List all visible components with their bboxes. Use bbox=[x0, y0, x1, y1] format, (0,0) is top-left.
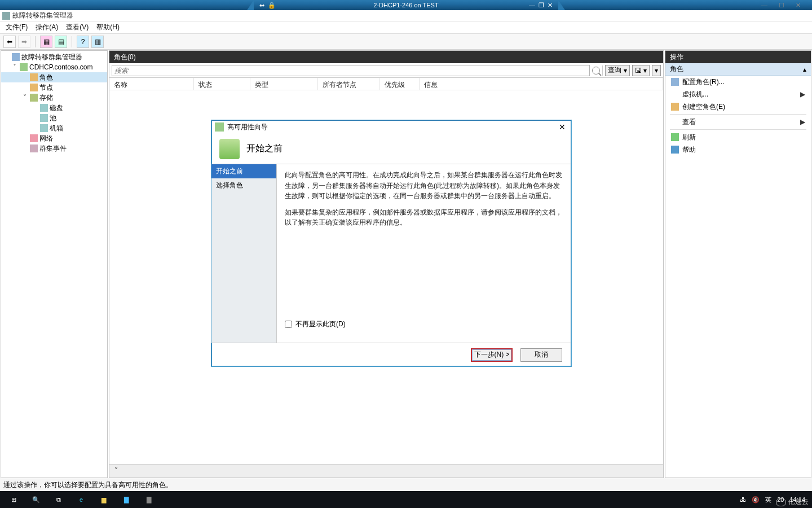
center-footer[interactable]: ˅ bbox=[109, 464, 663, 478]
menu-view[interactable]: 查看(V) bbox=[63, 21, 92, 33]
status-text: 通过该操作，你可以选择要配置为具备高可用性的角色。 bbox=[3, 480, 173, 490]
refresh-icon bbox=[671, 133, 679, 141]
col-owner: 所有者节点 bbox=[318, 78, 380, 90]
options-dropdown-button[interactable]: ▾ bbox=[652, 65, 661, 76]
tray-ime[interactable]: 英 bbox=[765, 496, 771, 504]
col-priority: 优先级 bbox=[380, 78, 420, 90]
menu-file[interactable]: 文件(F) bbox=[2, 21, 31, 33]
action-configure-role[interactable]: 配置角色(R)... bbox=[665, 76, 811, 88]
col-type: 类型 bbox=[250, 78, 318, 90]
wizard-next-button[interactable]: 下一步(N) > bbox=[471, 348, 513, 362]
tree-disks[interactable]: 磁盘 bbox=[1, 103, 107, 113]
window-title: 故障转移群集管理器 bbox=[12, 11, 73, 20]
query-button[interactable]: 查询 ▾ bbox=[605, 65, 629, 76]
wizard-cancel-button[interactable]: 取消 bbox=[520, 348, 562, 362]
help-icon bbox=[671, 146, 679, 154]
search-button[interactable]: 🔍 bbox=[25, 491, 47, 508]
host-maximize-button[interactable]: ☐ bbox=[779, 2, 784, 9]
action-virtual-machine[interactable]: 虚拟机...▶ bbox=[665, 88, 811, 100]
vm-maximize-button[interactable]: ❐ bbox=[539, 2, 544, 9]
tree-roles[interactable]: 角色 bbox=[1, 72, 107, 82]
view-button[interactable]: ▥ bbox=[91, 36, 104, 48]
configure-role-icon bbox=[671, 78, 679, 86]
save-dropdown-button[interactable]: 🖫 ▾ bbox=[632, 65, 650, 76]
wizard-step-select-role[interactable]: 选择角色 bbox=[211, 178, 276, 192]
action-view[interactable]: 查看▶ bbox=[665, 116, 811, 128]
toolbar: ⬅ ➡ ▦ ▤ ? ▥ bbox=[0, 34, 812, 50]
tray-network-icon[interactable]: 🖧 bbox=[740, 496, 746, 503]
taskbar-app2[interactable]: ▇ bbox=[138, 491, 160, 508]
wizard-title: 高可用性向导 bbox=[227, 122, 268, 132]
submenu-arrow-icon: ▶ bbox=[800, 118, 805, 126]
properties-button[interactable]: ▦ bbox=[40, 36, 52, 48]
help-button[interactable]: ? bbox=[77, 36, 89, 48]
wizard-titlebar[interactable]: 高可用性向导 ✕ bbox=[211, 120, 571, 134]
tree-nodes[interactable]: 节点 bbox=[1, 82, 107, 93]
tree-storage[interactable]: ˅存储 bbox=[1, 93, 107, 103]
lock-icon[interactable]: 🔒 bbox=[268, 2, 276, 9]
wizard-close-button[interactable]: ✕ bbox=[557, 122, 568, 132]
tree-cluster[interactable]: ˅CDHCP.contoso.com bbox=[1, 62, 107, 72]
wizard-heading: 开始之前 bbox=[246, 143, 283, 155]
search-icon[interactable] bbox=[592, 67, 600, 75]
taskbar[interactable]: ⊞ 🔍 ⧉ e ▆ ▇ ▇ 🖧 🔇 英 20 14:14 亿速云 bbox=[0, 491, 812, 508]
watermark: 亿速云 bbox=[776, 497, 809, 507]
search-row: 查询 ▾ 🖫 ▾ ▾ bbox=[109, 63, 663, 78]
col-info: 信息 bbox=[420, 78, 663, 90]
menu-help[interactable]: 帮助(H) bbox=[93, 21, 123, 33]
search-input[interactable] bbox=[112, 65, 590, 76]
wizard-step-before[interactable]: 开始之前 bbox=[211, 164, 276, 178]
col-status: 状态 bbox=[194, 78, 250, 90]
forward-button[interactable]: ➡ bbox=[18, 36, 30, 48]
center-header: 角色(0) bbox=[109, 51, 663, 63]
skip-page-checkbox[interactable] bbox=[285, 321, 292, 328]
window-titlebar: 故障转移群集管理器 bbox=[0, 10, 812, 21]
app-icon bbox=[2, 12, 10, 20]
back-button[interactable]: ⬅ bbox=[3, 36, 16, 48]
roles-list: 高可用性向导 ✕ 开始之前 开始之前 选择角色 此向导配置角色的高可用性。在成功… bbox=[109, 90, 663, 464]
tree-enclosures[interactable]: 机箱 bbox=[1, 123, 107, 133]
taskbar-app1[interactable]: ▇ bbox=[115, 491, 138, 508]
vm-minimize-button[interactable]: — bbox=[529, 2, 535, 9]
collapse-icon[interactable]: ▴ bbox=[803, 65, 806, 73]
high-availability-wizard: 高可用性向导 ✕ 开始之前 开始之前 选择角色 此向导配置角色的高可用性。在成功… bbox=[211, 120, 572, 367]
start-button[interactable]: ⊞ bbox=[2, 491, 25, 508]
refresh-button[interactable]: ▤ bbox=[55, 36, 67, 48]
host-minimize-button[interactable]: — bbox=[761, 2, 767, 9]
tree-root[interactable]: 故障转移群集管理器 bbox=[1, 52, 107, 62]
chevron-down-icon[interactable]: ˅ bbox=[114, 466, 118, 476]
navigation-tree[interactable]: 故障转移群集管理器 ˅CDHCP.contoso.com 角色 节点 ˅存储 磁… bbox=[1, 50, 108, 478]
skip-page-label: 不再显示此页(D) bbox=[295, 319, 346, 329]
center-pane: 角色(0) 查询 ▾ 🖫 ▾ ▾ 名称 状态 类型 所有者节点 优先级 信息 高… bbox=[109, 50, 664, 478]
task-view-button[interactable]: ⧉ bbox=[47, 491, 70, 508]
actions-subheader[interactable]: 角色▴ bbox=[665, 63, 811, 76]
wizard-content: 此向导配置角色的高可用性。在成功完成此向导之后，如果某台群集服务器在运行此角色时… bbox=[277, 164, 571, 343]
tray-volume-icon[interactable]: 🔇 bbox=[752, 496, 760, 503]
action-create-empty-role[interactable]: 创建空角色(E) bbox=[665, 100, 811, 113]
wizard-steps: 开始之前 选择角色 bbox=[211, 164, 277, 343]
taskbar-explorer[interactable]: ▆ bbox=[92, 491, 115, 508]
pin-icon[interactable]: ⇹ bbox=[259, 2, 264, 9]
tree-pools[interactable]: 池 bbox=[1, 113, 107, 123]
action-refresh[interactable]: 刷新 bbox=[665, 131, 811, 143]
taskbar-ie[interactable]: e bbox=[70, 491, 92, 508]
wizard-para1: 此向导配置角色的高可用性。在成功完成此向导之后，如果某台群集服务器在运行此角色时… bbox=[285, 170, 563, 202]
wizard-para2: 如果要群集复杂的应用程序，例如邮件服务器或数据库应用程序，请参阅该应用程序的文档… bbox=[285, 207, 563, 228]
wizard-icon bbox=[215, 122, 224, 132]
vm-title: 2-DHCP1-246 on TEST bbox=[373, 2, 438, 8]
actions-pane: 操作 角色▴ 配置角色(R)... 虚拟机...▶ 创建空角色(E) 查看▶ 刷… bbox=[665, 50, 811, 478]
actions-header: 操作 bbox=[665, 51, 811, 63]
submenu-arrow-icon: ▶ bbox=[800, 90, 805, 98]
menu-action[interactable]: 操作(A) bbox=[32, 21, 61, 33]
host-close-button[interactable]: ✕ bbox=[796, 2, 801, 9]
create-role-icon bbox=[671, 103, 679, 111]
action-help[interactable]: 帮助 bbox=[665, 143, 811, 156]
tree-events[interactable]: 群集事件 bbox=[1, 143, 107, 154]
tree-networks[interactable]: 网络 bbox=[1, 133, 107, 143]
menu-bar: 文件(F) 操作(A) 查看(V) 帮助(H) bbox=[0, 21, 812, 34]
status-bar: 通过该操作，你可以选择要配置为具备高可用性的角色。 bbox=[0, 479, 812, 491]
wizard-header-icon bbox=[219, 139, 240, 159]
vm-connection-bar: ⇹ 🔒 2-DHCP1-246 on TEST — ❐ ✕ — ☐ ✕ bbox=[0, 0, 812, 10]
vm-close-button[interactable]: ✕ bbox=[548, 2, 553, 9]
column-headers[interactable]: 名称 状态 类型 所有者节点 优先级 信息 bbox=[109, 78, 663, 90]
